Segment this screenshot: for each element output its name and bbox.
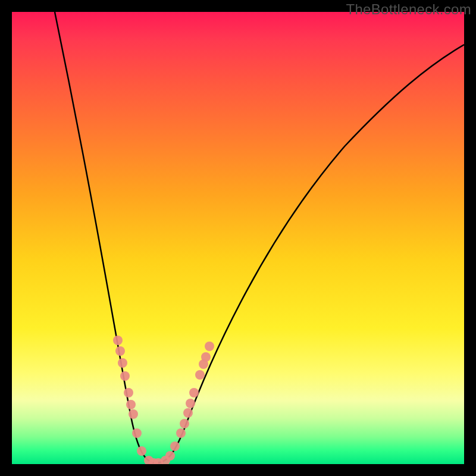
curve-marker <box>132 428 142 438</box>
plot-area <box>12 12 464 464</box>
curve-marker <box>195 370 205 380</box>
curve-marker <box>186 399 195 408</box>
curve-marker <box>165 451 175 461</box>
curve-marker <box>189 388 199 397</box>
curve-marker <box>137 446 146 456</box>
curve-marker <box>180 419 189 428</box>
curve-marker <box>129 409 138 419</box>
curve-marker <box>120 371 130 381</box>
curve-marker <box>126 400 136 409</box>
curve-marker <box>118 358 127 368</box>
curve-layer <box>12 12 464 464</box>
bottleneck-curve <box>55 12 464 463</box>
curve-marker <box>176 428 186 438</box>
curve-marker <box>113 336 123 345</box>
curve-marker <box>201 352 211 362</box>
watermark-text: TheBottleneck.com <box>346 1 471 18</box>
curve-marker <box>205 342 214 351</box>
curve-marker <box>170 441 180 451</box>
curve-marker <box>183 408 193 418</box>
curve-marker <box>124 388 133 397</box>
curve-marker <box>115 346 125 356</box>
chart-frame: TheBottleneck.com <box>0 0 476 476</box>
